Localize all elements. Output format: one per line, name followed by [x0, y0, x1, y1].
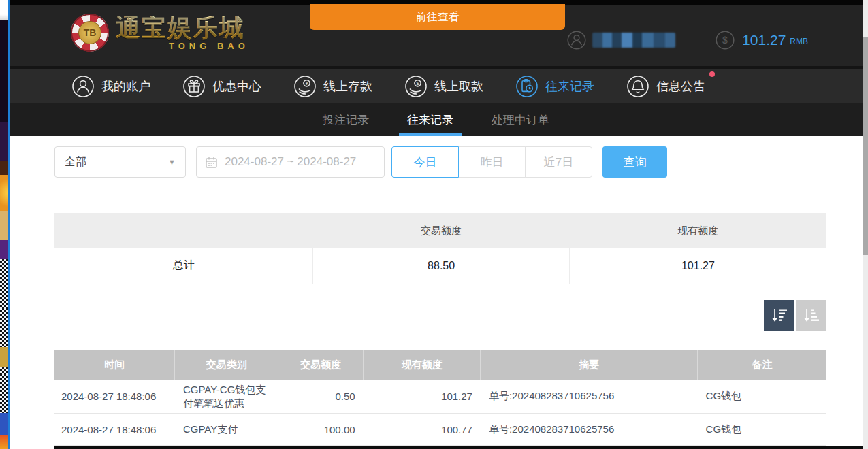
notification-dot	[709, 71, 715, 77]
site-header: 前往查看 TB 通宝娱乐城 TONG BAO	[10, 5, 863, 66]
record-row: 2024-08-27 18:48:06 CGPAY-CG钱包支付笔笔送优惠 0.…	[54, 380, 826, 414]
bell-circle-icon	[626, 74, 650, 99]
content-area: 全部 ▼ 2024-08-27 ~ 2024-08-27	[10, 136, 863, 449]
nav-item-promotions[interactable]: 优惠中心	[182, 74, 261, 99]
nav-item-my-account[interactable]: 我的账户	[71, 74, 150, 99]
site-logo[interactable]: TB 通宝娱乐城 TONG BAO	[71, 14, 249, 52]
tab-bet-records[interactable]: 投注记录	[319, 103, 373, 136]
nav-label: 线上取款	[434, 78, 483, 95]
record-type: CGPAY-CG钱包支付笔笔送优惠	[175, 380, 278, 414]
calendar-icon	[205, 156, 218, 169]
summary-total-transaction: 88.50	[313, 248, 569, 284]
balance[interactable]: $ 101.27 RMB	[715, 30, 808, 50]
logo-title-cn: 通宝娱乐城	[116, 16, 249, 40]
record-summary: 单号:202408283710625756	[481, 380, 698, 414]
quick-range-group: 今日 昨日 近7日	[391, 146, 592, 178]
records-header-row: 时间 交易类别 交易额度 现有额度 摘要 备注	[54, 350, 826, 380]
record-balance: 100.77	[364, 414, 481, 446]
sort-controls	[54, 300, 826, 331]
withdraw-circle-icon: $	[404, 74, 428, 99]
sort-ascending-button[interactable]	[796, 300, 826, 331]
nav-label: 往来记录	[545, 78, 594, 95]
summary-total-row: 总计 88.50 101.27	[54, 248, 826, 284]
summary-header-empty	[54, 213, 313, 248]
deposit-circle-icon: ¥	[293, 74, 317, 99]
date-range-value: 2024-08-27 ~ 2024-08-27	[225, 155, 356, 169]
clipped-row-edge	[54, 446, 863, 449]
records-header-note: 备注	[698, 350, 826, 380]
record-balance: 101.27	[364, 380, 481, 414]
quick-last7days-button[interactable]: 近7日	[525, 146, 592, 178]
record-tabs: 投注记录 往来记录 处理中订单	[10, 103, 863, 136]
username-redacted[interactable]	[592, 33, 675, 48]
background-page-sliver	[0, 0, 8, 449]
quick-yesterday-button[interactable]: 昨日	[458, 146, 526, 178]
records-header-type: 交易类别	[175, 350, 278, 380]
tab-transaction-records[interactable]: 往来记录	[403, 103, 457, 136]
page-scrollbar[interactable]	[863, 0, 868, 449]
filter-row: 全部 ▼ 2024-08-27 ~ 2024-08-27	[54, 146, 826, 178]
nav-item-withdraw[interactable]: $ 线上取款	[404, 74, 483, 99]
nav-item-transactions[interactable]: 往来记录	[515, 74, 594, 99]
goto-view-button[interactable]: 前往查看	[310, 4, 565, 30]
type-select-value: 全部	[65, 155, 86, 169]
summary-header-transaction: 交易额度	[313, 213, 569, 248]
tab-pending-orders[interactable]: 处理中订单	[487, 103, 553, 136]
type-select[interactable]: 全部 ▼	[54, 146, 186, 178]
record-amount: 100.00	[278, 414, 364, 446]
main-nav: 我的账户 优惠中心 ¥	[10, 66, 863, 103]
records-header-balance: 现有额度	[364, 350, 481, 380]
logo-title-en: TONG BAO	[169, 41, 249, 50]
record-time: 2024-08-27 18:48:06	[54, 380, 175, 414]
summary-total-balance: 101.27	[569, 248, 826, 284]
poker-chip-icon: TB	[71, 14, 109, 52]
page: { "header": { "goto_button": "前往查看", "lo…	[0, 0, 868, 449]
summary-header-balance: 现有额度	[569, 213, 826, 248]
window-edge-line	[8, 0, 10, 449]
nav-label: 优惠中心	[212, 78, 261, 95]
balance-amount: 101.27	[742, 32, 786, 48]
balance-currency: RMB	[790, 34, 808, 46]
caret-down-icon: ▼	[168, 158, 176, 166]
records-table: 时间 交易类别 交易额度 现有额度 摘要 备注 2024-08-27 18:48…	[54, 350, 826, 446]
nav-label: 信息公告	[656, 78, 705, 95]
svg-text:$: $	[722, 35, 728, 46]
record-time: 2024-08-27 18:48:06	[54, 414, 175, 446]
avatar-icon	[566, 30, 587, 50]
records-header-time: 时间	[54, 350, 175, 380]
record-type: CGPAY支付	[175, 414, 278, 446]
quick-today-button[interactable]: 今日	[391, 146, 459, 178]
date-range-input[interactable]: 2024-08-27 ~ 2024-08-27	[196, 146, 385, 178]
summary-table: 交易额度 现有额度 总计 88.50 101.27	[54, 213, 826, 284]
record-summary: 单号:202408283710625756	[481, 414, 698, 446]
nav-label: 线上存款	[323, 78, 372, 95]
records-header-summary: 摘要	[481, 350, 698, 380]
nav-item-deposit[interactable]: ¥ 线上存款	[293, 74, 372, 99]
summary-header-row: 交易额度 现有额度	[54, 213, 826, 248]
record-note: CG钱包	[698, 380, 826, 414]
user-circle-icon	[71, 74, 95, 99]
nav-item-announcements[interactable]: 信息公告	[626, 74, 705, 99]
record-row: 2024-08-27 18:48:06 CGPAY支付 100.00 100.7…	[54, 414, 826, 446]
sort-descending-button[interactable]	[764, 300, 794, 331]
gift-circle-icon	[182, 74, 206, 99]
coin-icon: $	[715, 30, 735, 50]
main-window: 前往查看 TB 通宝娱乐城 TONG BAO	[10, 0, 863, 449]
record-amount: 0.50	[278, 380, 364, 414]
nav-label: 我的账户	[101, 78, 150, 95]
user-area: $ 101.27 RMB	[566, 30, 808, 50]
records-header-amount: 交易额度	[278, 350, 364, 380]
scrollbar-thumb[interactable]	[863, 37, 868, 255]
search-button[interactable]: 查询	[602, 146, 667, 178]
record-note: CG钱包	[698, 414, 826, 446]
records-circle-icon	[515, 74, 539, 99]
chip-monogram: TB	[78, 21, 101, 44]
summary-total-label: 总计	[54, 248, 313, 284]
